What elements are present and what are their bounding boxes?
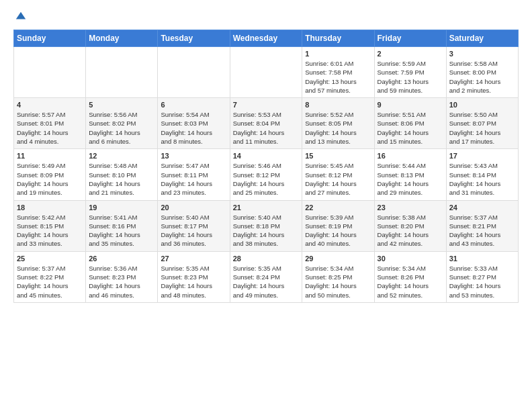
calendar-header-row: SundayMondayTuesdayWednesdayThursdayFrid…: [14, 30, 519, 47]
calendar-cell: 17Sunrise: 5:43 AM Sunset: 8:14 PM Dayli…: [446, 149, 518, 200]
calendar-cell: 16Sunrise: 5:44 AM Sunset: 8:13 PM Dayli…: [374, 149, 446, 200]
day-number: 29: [305, 255, 371, 263]
calendar-cell: 6Sunrise: 5:54 AM Sunset: 8:03 PM Daylig…: [158, 98, 230, 149]
calendar-cell: 29Sunrise: 5:34 AM Sunset: 8:25 PM Dayli…: [302, 251, 374, 302]
calendar-cell: 20Sunrise: 5:40 AM Sunset: 8:17 PM Dayli…: [158, 200, 230, 251]
calendar-header-monday: Monday: [86, 30, 158, 47]
day-number: 8: [305, 101, 371, 109]
calendar-header-tuesday: Tuesday: [158, 30, 230, 47]
day-number: 7: [233, 101, 300, 109]
day-number: 2: [378, 50, 443, 58]
calendar: SundayMondayTuesdayWednesdayThursdayFrid…: [13, 30, 519, 303]
day-number: 21: [233, 203, 300, 212]
logo: [13, 11, 27, 23]
header: [13, 11, 519, 23]
day-info: Sunrise: 5:50 AM Sunset: 8:07 PM Dayligh…: [449, 110, 515, 146]
day-info: Sunrise: 5:53 AM Sunset: 8:04 PM Dayligh…: [233, 110, 300, 146]
page: SundayMondayTuesdayWednesdayThursdayFrid…: [0, 0, 532, 316]
day-number: 10: [449, 101, 515, 109]
day-number: 24: [449, 203, 515, 212]
calendar-header-saturday: Saturday: [446, 30, 518, 47]
calendar-cell: 26Sunrise: 5:36 AM Sunset: 8:23 PM Dayli…: [86, 251, 158, 302]
day-number: 9: [378, 101, 443, 109]
day-info: Sunrise: 5:37 AM Sunset: 8:22 PM Dayligh…: [17, 264, 83, 300]
day-info: Sunrise: 5:40 AM Sunset: 8:18 PM Dayligh…: [233, 213, 300, 248]
day-number: 31: [449, 255, 515, 263]
day-number: 25: [17, 255, 83, 263]
calendar-cell: 8Sunrise: 5:52 AM Sunset: 8:05 PM Daylig…: [302, 98, 374, 149]
day-number: 4: [17, 101, 83, 109]
calendar-cell: 25Sunrise: 5:37 AM Sunset: 8:22 PM Dayli…: [14, 251, 86, 302]
day-info: Sunrise: 5:45 AM Sunset: 8:12 PM Dayligh…: [305, 161, 371, 197]
calendar-cell: 23Sunrise: 5:38 AM Sunset: 8:20 PM Dayli…: [374, 200, 446, 251]
day-number: 20: [161, 203, 226, 212]
day-number: 14: [233, 152, 300, 160]
calendar-header-sunday: Sunday: [14, 30, 86, 47]
calendar-week-3: 11Sunrise: 5:49 AM Sunset: 8:09 PM Dayli…: [14, 149, 519, 200]
day-number: 17: [449, 152, 515, 160]
calendar-cell: 2Sunrise: 5:59 AM Sunset: 7:59 PM Daylig…: [374, 47, 446, 98]
day-info: Sunrise: 5:59 AM Sunset: 7:59 PM Dayligh…: [378, 59, 443, 95]
day-number: 22: [305, 203, 371, 212]
calendar-cell: [14, 47, 86, 98]
day-number: 26: [89, 255, 154, 263]
calendar-week-2: 4Sunrise: 5:57 AM Sunset: 8:01 PM Daylig…: [14, 98, 519, 149]
day-info: Sunrise: 5:52 AM Sunset: 8:05 PM Dayligh…: [305, 110, 371, 146]
calendar-cell: 3Sunrise: 5:58 AM Sunset: 8:00 PM Daylig…: [446, 47, 518, 98]
calendar-cell: 7Sunrise: 5:53 AM Sunset: 8:04 PM Daylig…: [230, 98, 302, 149]
calendar-cell: 24Sunrise: 5:37 AM Sunset: 8:21 PM Dayli…: [446, 200, 518, 251]
logo-icon: [15, 11, 27, 23]
day-number: 19: [89, 203, 154, 212]
day-number: 12: [89, 152, 154, 160]
day-info: Sunrise: 5:56 AM Sunset: 8:02 PM Dayligh…: [89, 110, 154, 146]
day-info: Sunrise: 5:48 AM Sunset: 8:10 PM Dayligh…: [89, 161, 154, 197]
calendar-header-friday: Friday: [374, 30, 446, 47]
calendar-header-thursday: Thursday: [302, 30, 374, 47]
calendar-cell: 4Sunrise: 5:57 AM Sunset: 8:01 PM Daylig…: [14, 98, 86, 149]
calendar-cell: 13Sunrise: 5:47 AM Sunset: 8:11 PM Dayli…: [158, 149, 230, 200]
calendar-cell: 1Sunrise: 6:01 AM Sunset: 7:58 PM Daylig…: [302, 47, 374, 98]
day-info: Sunrise: 5:46 AM Sunset: 8:12 PM Dayligh…: [233, 161, 300, 197]
calendar-cell: 15Sunrise: 5:45 AM Sunset: 8:12 PM Dayli…: [302, 149, 374, 200]
day-number: 30: [378, 255, 443, 263]
calendar-week-5: 25Sunrise: 5:37 AM Sunset: 8:22 PM Dayli…: [14, 251, 519, 302]
day-info: Sunrise: 5:42 AM Sunset: 8:15 PM Dayligh…: [17, 213, 83, 248]
day-info: Sunrise: 5:40 AM Sunset: 8:17 PM Dayligh…: [161, 213, 226, 248]
day-info: Sunrise: 5:34 AM Sunset: 8:26 PM Dayligh…: [378, 264, 443, 300]
day-number: 6: [161, 101, 226, 109]
day-info: Sunrise: 5:43 AM Sunset: 8:14 PM Dayligh…: [449, 161, 515, 197]
day-info: Sunrise: 5:39 AM Sunset: 8:19 PM Dayligh…: [305, 213, 371, 248]
day-info: Sunrise: 5:34 AM Sunset: 8:25 PM Dayligh…: [305, 264, 371, 300]
calendar-cell: 18Sunrise: 5:42 AM Sunset: 8:15 PM Dayli…: [14, 200, 86, 251]
calendar-cell: 10Sunrise: 5:50 AM Sunset: 8:07 PM Dayli…: [446, 98, 518, 149]
calendar-cell: 19Sunrise: 5:41 AM Sunset: 8:16 PM Dayli…: [86, 200, 158, 251]
svg-marker-0: [16, 12, 26, 19]
day-info: Sunrise: 5:35 AM Sunset: 8:24 PM Dayligh…: [233, 264, 300, 300]
calendar-week-1: 1Sunrise: 6:01 AM Sunset: 7:58 PM Daylig…: [14, 47, 519, 98]
day-info: Sunrise: 5:36 AM Sunset: 8:23 PM Dayligh…: [89, 264, 154, 300]
day-info: Sunrise: 5:51 AM Sunset: 8:06 PM Dayligh…: [378, 110, 443, 146]
calendar-cell: 9Sunrise: 5:51 AM Sunset: 8:06 PM Daylig…: [374, 98, 446, 149]
day-number: 1: [305, 50, 371, 58]
calendar-cell: 12Sunrise: 5:48 AM Sunset: 8:10 PM Dayli…: [86, 149, 158, 200]
calendar-header-wednesday: Wednesday: [230, 30, 302, 47]
day-number: 23: [378, 203, 443, 212]
day-info: Sunrise: 6:01 AM Sunset: 7:58 PM Dayligh…: [305, 59, 371, 95]
day-number: 3: [449, 50, 515, 58]
calendar-cell: 21Sunrise: 5:40 AM Sunset: 8:18 PM Dayli…: [230, 200, 302, 251]
calendar-cell: 22Sunrise: 5:39 AM Sunset: 8:19 PM Dayli…: [302, 200, 374, 251]
day-number: 5: [89, 101, 154, 109]
calendar-cell: [86, 47, 158, 98]
calendar-cell: 28Sunrise: 5:35 AM Sunset: 8:24 PM Dayli…: [230, 251, 302, 302]
calendar-cell: 14Sunrise: 5:46 AM Sunset: 8:12 PM Dayli…: [230, 149, 302, 200]
calendar-cell: [158, 47, 230, 98]
day-info: Sunrise: 5:44 AM Sunset: 8:13 PM Dayligh…: [378, 161, 443, 197]
calendar-cell: 5Sunrise: 5:56 AM Sunset: 8:02 PM Daylig…: [86, 98, 158, 149]
day-info: Sunrise: 5:35 AM Sunset: 8:23 PM Dayligh…: [161, 264, 226, 300]
day-info: Sunrise: 5:33 AM Sunset: 8:27 PM Dayligh…: [449, 264, 515, 300]
day-number: 18: [17, 203, 83, 212]
day-info: Sunrise: 5:49 AM Sunset: 8:09 PM Dayligh…: [17, 161, 83, 197]
day-info: Sunrise: 5:54 AM Sunset: 8:03 PM Dayligh…: [161, 110, 226, 146]
day-info: Sunrise: 5:37 AM Sunset: 8:21 PM Dayligh…: [449, 213, 515, 248]
day-number: 28: [233, 255, 300, 263]
